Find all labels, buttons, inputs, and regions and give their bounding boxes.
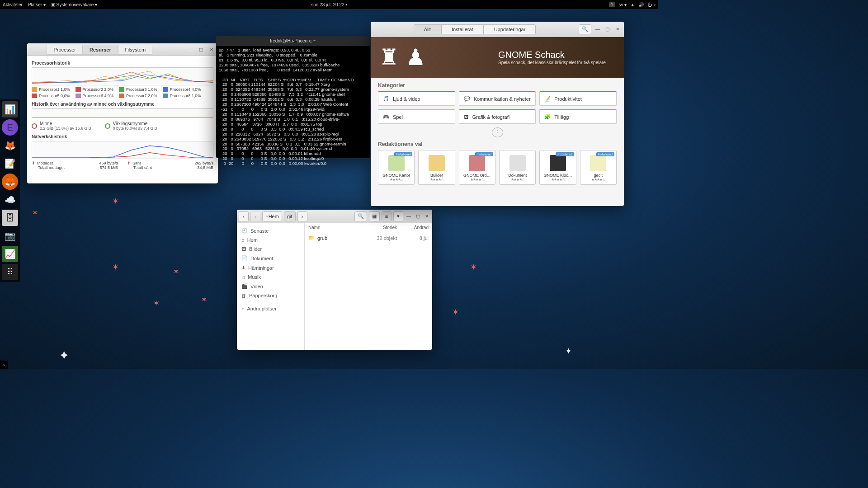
more-categories-button[interactable]: ⋮ [492, 127, 503, 137]
tab-installed[interactable]: Installerat [441, 24, 484, 34]
software-hero[interactable]: ♜ ♟ GNOME Schack Spela schack, det klass… [371, 37, 624, 78]
power-icon[interactable]: ⏻ ▾ [647, 2, 656, 7]
sidebar-icon: 📄 [241, 255, 248, 261]
mem-chart [32, 108, 213, 119]
mem-dot-icon [32, 123, 37, 129]
sidebar-icon: 🖼 [241, 246, 246, 252]
dock-files-icon[interactable]: 🗄 [2, 210, 18, 226]
activities-button[interactable]: Aktiviteter [3, 2, 23, 7]
sidebar-item[interactable]: 📄Dokument [239, 253, 302, 263]
soft-close-button[interactable]: ✕ [614, 26, 621, 33]
software-search-button[interactable]: 🔍 [579, 24, 591, 34]
sysmon-titlebar[interactable]: Processer Resurser Filsystem — ▢ ✕ [27, 43, 218, 56]
software-toolbar: Allt Installerat Uppdateringar 🔍 — ▢ ✕ [371, 22, 624, 37]
app-icon [388, 155, 405, 171]
sidebar-item[interactable]: 🕘Senaste [239, 226, 302, 235]
app-name: GNOME Kartor [380, 173, 412, 178]
dock-gimp-icon[interactable]: 🦊 [2, 137, 18, 154]
tab-resources[interactable]: Resurser [83, 45, 118, 55]
clock[interactable]: sön 23 jul, 20:22 • [311, 2, 347, 7]
gnome-top-bar: Aktiviteter Platser ▾ ▣ Systemövervakare… [0, 0, 658, 9]
terminal-title[interactable]: fredrik@Hp-Phoenix: ~ [216, 36, 370, 46]
tab-filesystem[interactable]: Filsystem [118, 45, 152, 55]
volume-icon[interactable]: 🔊 [638, 2, 644, 7]
category-tile[interactable]: 🧩Tillägg [539, 109, 617, 124]
places-menu[interactable]: Platser ▾ [28, 2, 46, 7]
app-tile[interactable]: Installeradgedit★★★★☆ [580, 150, 617, 185]
dock-firefox-icon[interactable]: 🦊 [2, 174, 18, 190]
soft-minimize-button[interactable]: — [594, 26, 601, 33]
close-button[interactable]: ✕ [208, 46, 215, 53]
sidebar-item[interactable]: 🗑Papperskorg [239, 291, 302, 300]
app-name: Dokument [501, 173, 533, 178]
dock-weather-icon[interactable]: ☁️ [2, 192, 18, 208]
message-tray-toggle[interactable]: ‹ [0, 361, 8, 369]
dock-screenshot-icon[interactable]: 📷 [2, 228, 18, 244]
sidebar-item[interactable]: +Andra platser [239, 304, 302, 313]
sidebar-icon: + [241, 306, 244, 311]
maximize-button[interactable]: ▢ [197, 46, 204, 53]
sidebar-item[interactable]: 🎬Video [239, 282, 302, 291]
sidebar-item[interactable]: ♫Musik [239, 272, 302, 282]
forward-button[interactable]: › [250, 211, 260, 221]
files-close-button[interactable]: ✕ [423, 213, 430, 220]
app-tile[interactable]: Builder★★★★☆ [418, 150, 455, 185]
tab-all[interactable]: Allt [414, 24, 441, 34]
back-button[interactable]: ‹ [239, 211, 249, 221]
minimize-button[interactable]: — [186, 46, 193, 53]
app-tile[interactable]: InstalleradGNOME Kartor★★★★☆ [378, 150, 415, 185]
dock-emacs-icon[interactable]: E [2, 119, 18, 136]
cpu-legend: Processor1 1,0%Processor2 2,0%Processor3… [32, 87, 213, 98]
dock-texteditor-icon[interactable]: 📝 [2, 155, 18, 172]
app-icon [429, 155, 445, 171]
terminal-window[interactable]: fredrik@Hp-Phoenix: ~ up 7:47, 1 user, l… [216, 36, 370, 158]
swap-value: 0 byte (0,0%) av 7,4 GiB [113, 126, 157, 131]
category-icon: 🎵 [383, 96, 389, 102]
path-current-button[interactable]: git [284, 211, 296, 221]
dock-sysmon-icon[interactable]: 📊 [2, 101, 18, 117]
category-tile[interactable]: 🎮Spel [378, 109, 455, 124]
search-button[interactable]: 🔍 [354, 211, 367, 221]
workspace-indicator[interactable]: 1 [609, 2, 615, 7]
hero-subtitle: Spela schack, det klassiska brädspelet f… [498, 60, 616, 65]
app-name: GNOME Ord… [461, 173, 493, 178]
category-tile[interactable]: 🎵Ljud & video [378, 91, 455, 106]
app-menu[interactable]: ▣ Systemövervakare ▾ [51, 2, 97, 7]
app-tile[interactable]: Dokument★★★★☆ [499, 150, 536, 185]
cpu-legend-item: Processor1 1,0% [32, 87, 70, 92]
cpu-legend-item: Processor2 2,0% [75, 87, 114, 92]
app-tile[interactable]: InstalleradGNOME Ord…★★★★☆ [459, 150, 495, 185]
show-apps-button[interactable]: ⠿ [2, 264, 18, 280]
cpu-legend-item: Processor6 4,9% [75, 94, 114, 98]
category-tile[interactable]: 💬Kommunikation & nyheter [459, 91, 536, 106]
folder-icon: 📁 [308, 235, 315, 241]
list-view-button[interactable]: ≡ [382, 211, 392, 221]
file-row[interactable]: 📁grub32 objekt8 jul [305, 232, 432, 244]
files-column-header[interactable]: Namn Storlek Ändrad [305, 223, 432, 232]
tab-processes[interactable]: Processer [47, 45, 83, 55]
sidebar-item[interactable]: ⌂Hem [239, 235, 302, 244]
files-minimize-button[interactable]: — [405, 213, 412, 220]
files-maximize-button[interactable]: ▢ [414, 213, 421, 220]
mem-value: 2,2 GiB (13,8%) av 15,6 GiB [40, 126, 91, 131]
grid-view-button[interactable]: ▦ [369, 211, 380, 221]
category-icon: 🖼 [464, 114, 469, 120]
sidebar-item[interactable]: 🖼Bilder [239, 244, 302, 253]
path-more-button[interactable]: › [297, 211, 307, 221]
path-home-button[interactable]: ⌂ Hem [262, 211, 282, 221]
upload-icon: ⬆ [127, 161, 131, 165]
view-menu-button[interactable]: ▾ [393, 211, 403, 221]
installed-badge: Installerad [394, 152, 412, 156]
sidebar-item[interactable]: ⬇Hämtningar [239, 263, 302, 272]
keyboard-layout[interactable]: sv ▾ [619, 2, 627, 7]
network-icon[interactable]: ▲ [630, 2, 635, 7]
cpu-chart [32, 67, 213, 85]
dock-sysmon2-icon[interactable]: 📈 [2, 246, 18, 262]
swap-label: Växlingsutrymme [113, 121, 157, 126]
soft-maximize-button[interactable]: ▢ [604, 26, 611, 33]
net-chart [32, 141, 213, 159]
tab-updates[interactable]: Uppdateringar [484, 24, 536, 34]
app-tile[interactable]: InstalleradGNOME Kloc…★★★★☆ [539, 150, 576, 185]
category-tile[interactable]: 📝Produktivitet [539, 91, 617, 106]
category-tile[interactable]: 🖼Grafik & fotografi [459, 109, 536, 124]
